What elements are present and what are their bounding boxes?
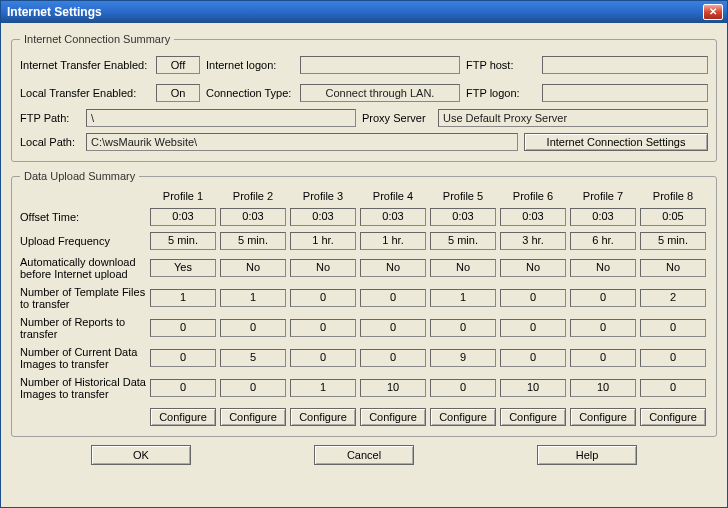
close-icon[interactable]: ✕	[703, 4, 723, 20]
cell-tmpl-p5: 1	[430, 289, 496, 307]
configure-button-p3[interactable]: Configure	[290, 408, 356, 426]
cell-auto-p8: No	[640, 259, 706, 277]
ok-button[interactable]: OK	[91, 445, 191, 465]
configure-button-p1[interactable]: Configure	[150, 408, 216, 426]
dialog-content: Internet Connection Summary Internet Tra…	[1, 23, 727, 473]
help-button[interactable]: Help	[537, 445, 637, 465]
cell-cur-p7: 0	[570, 349, 636, 367]
cell-cur-p8: 0	[640, 349, 706, 367]
profile-header: Profile 8	[640, 190, 706, 202]
cell-tmpl-p6: 0	[500, 289, 566, 307]
cell-rep-p8: 0	[640, 319, 706, 337]
configure-button-p5[interactable]: Configure	[430, 408, 496, 426]
titlebar: Internet Settings ✕	[1, 1, 727, 23]
cell-rep-p5: 0	[430, 319, 496, 337]
cell-cur-p1: 0	[150, 349, 216, 367]
ftp-path-label: FTP Path:	[20, 112, 80, 124]
configure-button-p6[interactable]: Configure	[500, 408, 566, 426]
row-label-offset: Offset Time:	[20, 211, 146, 223]
configure-button-p2[interactable]: Configure	[220, 408, 286, 426]
cell-auto-p5: No	[430, 259, 496, 277]
cell-offset-p8: 0:05	[640, 208, 706, 226]
cell-auto-p2: No	[220, 259, 286, 277]
profile-header: Profile 3	[290, 190, 356, 202]
cell-tmpl-p2: 1	[220, 289, 286, 307]
cell-offset-p3: 0:03	[290, 208, 356, 226]
cell-hist-p4: 10	[360, 379, 426, 397]
internet-logon-value	[300, 56, 460, 74]
local-path-label: Local Path:	[20, 136, 80, 148]
cell-rep-p3: 0	[290, 319, 356, 337]
cell-cur-p3: 0	[290, 349, 356, 367]
cell-auto-p7: No	[570, 259, 636, 277]
cell-cur-p2: 5	[220, 349, 286, 367]
ftp-host-label: FTP host:	[466, 59, 536, 71]
connection-type-value: Connect through LAN.	[300, 84, 460, 102]
cell-freq-p5: 5 min.	[430, 232, 496, 250]
connection-type-label: Connection Type:	[206, 87, 294, 99]
cell-offset-p4: 0:03	[360, 208, 426, 226]
cell-hist-p3: 1	[290, 379, 356, 397]
row-label-rep: Number of Reports to transfer	[20, 316, 146, 340]
ftp-logon-value	[542, 84, 708, 102]
cell-tmpl-p1: 1	[150, 289, 216, 307]
cell-tmpl-p3: 0	[290, 289, 356, 307]
row-label-hist: Number of Historical Data Images to tran…	[20, 376, 146, 400]
row-label-auto: Automatically download before Internet u…	[20, 256, 146, 280]
cell-freq-p7: 6 hr.	[570, 232, 636, 250]
cell-freq-p2: 5 min.	[220, 232, 286, 250]
data-upload-legend: Data Upload Summary	[20, 170, 139, 182]
internet-transfer-value: Off	[156, 56, 200, 74]
proxy-label: Proxy Server	[362, 112, 432, 124]
cell-hist-p5: 0	[430, 379, 496, 397]
cell-cur-p6: 0	[500, 349, 566, 367]
proxy-value: Use Default Proxy Server	[438, 109, 708, 127]
cell-rep-p4: 0	[360, 319, 426, 337]
connection-legend: Internet Connection Summary	[20, 33, 174, 45]
internet-transfer-label: Internet Transfer Enabled:	[20, 59, 150, 71]
connection-summary-group: Internet Connection Summary Internet Tra…	[11, 33, 717, 162]
row-label-cur: Number of Current Data Images to transfe…	[20, 346, 146, 370]
cell-offset-p5: 0:03	[430, 208, 496, 226]
cell-freq-p1: 5 min.	[150, 232, 216, 250]
profile-header: Profile 7	[570, 190, 636, 202]
cancel-button[interactable]: Cancel	[314, 445, 414, 465]
cell-rep-p7: 0	[570, 319, 636, 337]
cell-auto-p6: No	[500, 259, 566, 277]
row-label-freq: Upload Frequency	[20, 235, 146, 247]
configure-button-p4[interactable]: Configure	[360, 408, 426, 426]
cell-tmpl-p4: 0	[360, 289, 426, 307]
cell-auto-p1: Yes	[150, 259, 216, 277]
cell-cur-p5: 9	[430, 349, 496, 367]
ftp-logon-label: FTP logon:	[466, 87, 536, 99]
configure-button-p7[interactable]: Configure	[570, 408, 636, 426]
cell-freq-p6: 3 hr.	[500, 232, 566, 250]
ftp-path-value: \	[86, 109, 356, 127]
cell-hist-p6: 10	[500, 379, 566, 397]
cell-hist-p8: 0	[640, 379, 706, 397]
profile-header: Profile 6	[500, 190, 566, 202]
cell-hist-p1: 0	[150, 379, 216, 397]
cell-hist-p2: 0	[220, 379, 286, 397]
cell-cur-p4: 0	[360, 349, 426, 367]
cell-rep-p6: 0	[500, 319, 566, 337]
cell-offset-p6: 0:03	[500, 208, 566, 226]
cell-rep-p1: 0	[150, 319, 216, 337]
cell-tmpl-p8: 2	[640, 289, 706, 307]
cell-offset-p1: 0:03	[150, 208, 216, 226]
cell-offset-p7: 0:03	[570, 208, 636, 226]
configure-button-p8[interactable]: Configure	[640, 408, 706, 426]
cell-tmpl-p7: 0	[570, 289, 636, 307]
cell-freq-p8: 5 min.	[640, 232, 706, 250]
internet-connection-settings-button[interactable]: Internet Connection Settings	[524, 133, 708, 151]
local-transfer-label: Local Transfer Enabled:	[20, 87, 150, 99]
row-label-tmpl: Number of Template Files to transfer	[20, 286, 146, 310]
cell-rep-p2: 0	[220, 319, 286, 337]
profile-header: Profile 2	[220, 190, 286, 202]
cell-offset-p2: 0:03	[220, 208, 286, 226]
internet-logon-label: Internet logon:	[206, 59, 294, 71]
window-title: Internet Settings	[7, 5, 703, 19]
ftp-host-value	[542, 56, 708, 74]
cell-freq-p3: 1 hr.	[290, 232, 356, 250]
data-upload-group: Data Upload Summary Profile 1Profile 2Pr…	[11, 170, 717, 437]
